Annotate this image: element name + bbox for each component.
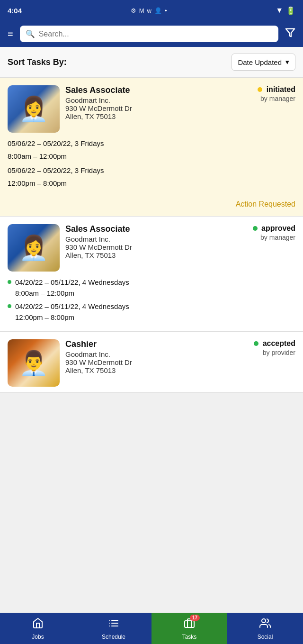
search-bar: 🔍 xyxy=(20,26,278,42)
status-dot-green-3 xyxy=(254,341,258,346)
menu-button[interactable]: ≡ xyxy=(6,27,15,41)
sort-label: Sort Tasks By: xyxy=(8,57,67,67)
card-info-1: Sales Associate Goodmart Inc. 930 W McDe… xyxy=(65,85,233,120)
address-line1-2: 930 W McDermott Dr xyxy=(65,243,233,251)
address-line1-3: 930 W McDermott Dr xyxy=(65,358,233,366)
action-row-1: Action Requested xyxy=(0,196,303,216)
card-status-2: approved by manager xyxy=(239,224,295,241)
mail-icon: M xyxy=(139,7,144,14)
worker-avatar-2: 👩‍💼 xyxy=(19,234,48,262)
address-line2-3: Allen, TX 75013 xyxy=(65,366,233,374)
top-nav: ≡ 🔍 xyxy=(0,21,303,47)
search-input[interactable] xyxy=(39,30,273,38)
card-info-2: Sales Associate Goodmart Inc. 930 W McDe… xyxy=(65,224,233,259)
card-image-3: 👨‍💼 xyxy=(8,339,60,387)
card-body-1: 05/06/22 – 05/20/22, 3 Fridays 8:00am – … xyxy=(0,138,303,196)
wifi-icon: ▼ xyxy=(276,6,283,15)
address-line1-1: 930 W McDermott Dr xyxy=(65,104,233,112)
action-link-1[interactable]: Action Requested xyxy=(236,200,295,208)
card-status-3: accepted by provider xyxy=(239,339,295,356)
filter-button[interactable] xyxy=(283,26,297,42)
person-icon: 👤 xyxy=(154,7,162,14)
status-label-1: initiated xyxy=(267,85,295,93)
status-by-2: by manager xyxy=(239,234,295,241)
card-body-2: 04/20/22 – 05/11/22, 4 Wednesdays 8:00am… xyxy=(0,277,303,331)
card-status-1: initiated by manager xyxy=(239,85,295,102)
status-by-1: by manager xyxy=(239,95,295,102)
schedule-2a-line1: 04/20/22 – 05/11/22, 4 Wednesdays xyxy=(15,277,129,288)
search-icon: 🔍 xyxy=(26,29,35,38)
chevron-down-icon: ▾ xyxy=(285,58,289,66)
company-3: Goodmart Inc. xyxy=(65,350,233,358)
bullet-dot-2b xyxy=(8,304,11,308)
card-header-1: 👩‍💼 Sales Associate Goodmart Inc. 930 W … xyxy=(0,78,303,138)
sort-row: Sort Tasks By: Date Updated ▾ xyxy=(0,47,303,78)
battery-icon: 🔋 xyxy=(286,6,295,15)
sort-option-label: Date Updated xyxy=(238,58,282,66)
address-line2-2: Allen, TX 75013 xyxy=(65,251,233,259)
status-right-icons: ▼ 🔋 xyxy=(276,6,295,15)
schedule-1b-line2: 12:00pm – 8:00pm xyxy=(8,178,295,189)
schedule-2a: 04/20/22 – 05/11/22, 4 Wednesdays 8:00am… xyxy=(8,277,295,299)
dot-icon: • xyxy=(165,7,167,14)
svg-marker-0 xyxy=(286,29,294,37)
task-card-3[interactable]: 👨‍💼 Cashier Goodmart Inc. 930 W McDermot… xyxy=(0,332,303,393)
w-icon: w xyxy=(147,7,152,14)
task-card-1[interactable]: 👩‍💼 Sales Associate Goodmart Inc. 930 W … xyxy=(0,78,303,217)
bullet-dot-2a xyxy=(8,280,11,284)
status-time: 4:04 xyxy=(8,7,22,15)
address-line2-1: Allen, TX 75013 xyxy=(65,112,233,120)
worker-avatar-1: 👩‍💼 xyxy=(19,95,48,123)
card-info-3: Cashier Goodmart Inc. 930 W McDermott Dr… xyxy=(65,339,233,374)
status-dot-green-2 xyxy=(253,226,258,231)
schedule-2b-line2: 12:00pm – 8:00pm xyxy=(15,312,129,323)
schedule-2b-line1: 04/20/22 – 05/11/22, 4 Wednesdays xyxy=(15,301,129,312)
schedule-2b: 04/20/22 – 05/11/22, 4 Wednesdays 12:00p… xyxy=(8,301,295,323)
status-label-3: accepted xyxy=(263,339,295,347)
job-title-1: Sales Associate xyxy=(65,85,233,95)
task-list: 👩‍💼 Sales Associate Goodmart Inc. 930 W … xyxy=(0,78,303,426)
schedule-1a-line1: 05/06/22 – 05/20/22, 3 Fridays xyxy=(8,138,295,149)
status-icons: ⚙ M w 👤 • xyxy=(131,7,167,14)
worker-avatar-3: 👨‍💼 xyxy=(19,349,48,377)
status-dot-yellow-1 xyxy=(258,87,262,92)
company-1: Goodmart Inc. xyxy=(65,96,233,104)
status-by-3: by provider xyxy=(239,349,295,356)
card-header-2: 👩‍💼 Sales Associate Goodmart Inc. 930 W … xyxy=(0,217,303,277)
schedule-1a-line2: 8:00am – 12:00pm xyxy=(8,151,295,162)
company-2: Goodmart Inc. xyxy=(65,235,233,243)
status-bar: 4:04 ⚙ M w 👤 • ▼ 🔋 xyxy=(0,0,303,21)
card-header-3: 👨‍💼 Cashier Goodmart Inc. 930 W McDermot… xyxy=(0,332,303,392)
card-image-1: 👩‍💼 xyxy=(8,85,60,133)
task-card-2[interactable]: 👩‍💼 Sales Associate Goodmart Inc. 930 W … xyxy=(0,217,303,332)
schedule-1b-line1: 05/06/22 – 05/20/22, 3 Fridays xyxy=(8,165,295,176)
sort-select[interactable]: Date Updated ▾ xyxy=(232,54,295,71)
card-image-2: 👩‍💼 xyxy=(8,224,60,272)
gear-icon: ⚙ xyxy=(131,7,136,14)
job-title-3: Cashier xyxy=(65,339,233,349)
status-label-2: approved xyxy=(261,224,295,232)
schedule-2a-line2: 8:00am – 12:00pm xyxy=(15,288,129,299)
job-title-2: Sales Associate xyxy=(65,224,233,234)
